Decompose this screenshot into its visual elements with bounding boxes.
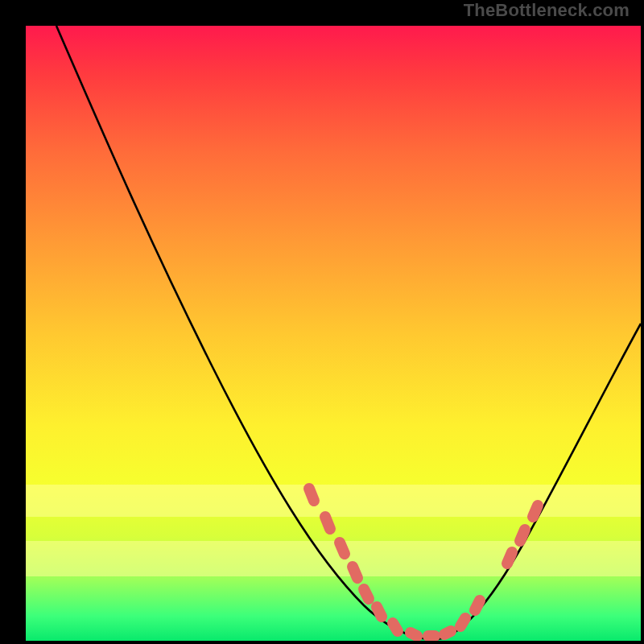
marker-dot bbox=[393, 623, 398, 631]
attribution-text: TheBottleneck.com bbox=[464, 0, 630, 21]
bottleneck-curve-path bbox=[56, 26, 641, 639]
marker-dot bbox=[340, 543, 345, 554]
marker-dot bbox=[325, 517, 330, 529]
chart-plot-area bbox=[26, 26, 641, 641]
marker-dot bbox=[377, 607, 382, 617]
marker-dot bbox=[533, 506, 538, 517]
marker-dot bbox=[364, 589, 369, 599]
marker-dot bbox=[353, 567, 357, 578]
marker-dot bbox=[411, 633, 417, 636]
marker-group bbox=[309, 489, 538, 636]
marker-dot bbox=[507, 552, 512, 564]
chart-frame bbox=[11, 11, 633, 633]
marker-dot bbox=[444, 631, 451, 634]
marker-dot bbox=[460, 618, 465, 626]
marker-dot bbox=[309, 489, 314, 501]
marker-dot bbox=[475, 601, 480, 610]
marker-dot bbox=[520, 530, 525, 541]
curve-group bbox=[56, 26, 641, 639]
chart-svg bbox=[26, 26, 641, 641]
